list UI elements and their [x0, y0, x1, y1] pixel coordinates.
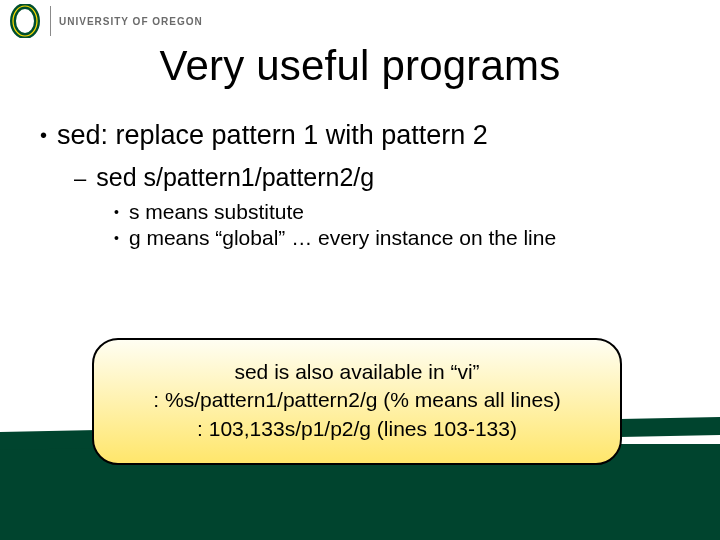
callout-line: sed is also available in “vi”	[116, 358, 598, 386]
university-name: UNIVERSITY OF OREGON	[59, 16, 203, 27]
callout-line: : 103,133s/p1/p2/g (lines 103-133)	[116, 415, 598, 443]
bullet-dash-icon: –	[74, 168, 86, 190]
callout-line: : %s/pattern1/pattern2/g (% means all li…	[116, 386, 598, 414]
bullet-level3: • g means “global” … every instance on t…	[114, 226, 680, 250]
slide: UNIVERSITY OF OREGON Very useful program…	[0, 0, 720, 540]
slide-body: • sed: replace pattern 1 with pattern 2 …	[0, 90, 720, 250]
bullet-level3: • s means substitute	[114, 200, 680, 224]
bullet-dot-icon: •	[114, 205, 119, 219]
slide-header: UNIVERSITY OF OREGON	[0, 0, 720, 38]
header-divider	[50, 6, 51, 36]
bullet-text: g means “global” … every instance on the…	[129, 226, 556, 250]
bullet-level1: • sed: replace pattern 1 with pattern 2	[40, 120, 680, 151]
bullet-dot-icon: •	[114, 231, 119, 245]
svg-point-1	[13, 6, 37, 36]
oregon-logo-icon	[8, 4, 42, 38]
bullet-level2: – sed s/pattern1/pattern2/g	[74, 163, 680, 192]
bullet-dot-icon: •	[40, 125, 47, 145]
callout-box: sed is also available in “vi” : %s/patte…	[92, 338, 622, 465]
slide-title: Very useful programs	[0, 42, 720, 90]
bullet-text: sed: replace pattern 1 with pattern 2	[57, 120, 488, 151]
bullet-text: sed s/pattern1/pattern2/g	[96, 163, 374, 192]
bullet-text: s means substitute	[129, 200, 304, 224]
